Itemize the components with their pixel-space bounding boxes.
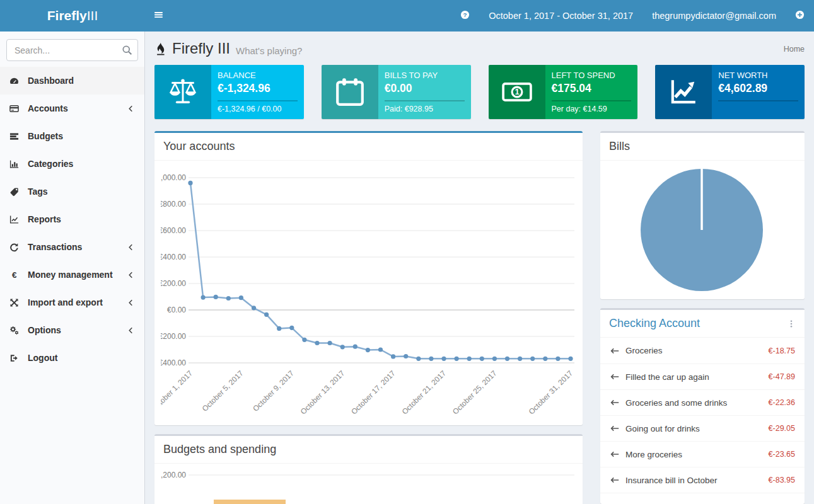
user-menu-button[interactable]: thegrumpydictator@gmail.com [642,0,786,32]
sidebar-item-money-management[interactable]: €Money management [0,261,144,289]
sidebar-item-dashboard[interactable]: Dashboard [0,67,144,94]
transaction-amount: €-22.36 [769,398,795,407]
ellipsis-v-icon[interactable] [787,319,796,328]
main-content: Firefly III What's playing? Home BALANCE… [145,32,814,504]
info-box-content: BILLS TO PAY€0.00Paid: €928.95 [378,65,471,119]
info-box-content: LEFT TO SPEND€175.04Per day: €14.59 [545,65,638,119]
sidebar-menu: DashboardAccountsBudgetsCategoriesTagsRe… [0,67,144,372]
page-title: Firefly III [172,40,230,57]
transaction-row-partial [600,493,805,504]
info-box-progress [218,100,298,101]
info-box-description: Paid: €928.95 [385,105,465,113]
info-box-left-to-spend: 1LEFT TO SPEND€175.04Per day: €14.59 [489,65,638,119]
svg-text:€1,000.00: €1,000.00 [161,173,186,182]
page-subtitle: What's playing? [236,41,302,56]
info-box-progress [552,100,632,101]
transaction-description[interactable]: More groceries [625,450,682,459]
sidebar-item-transactions[interactable]: Transactions [0,233,144,261]
navbar-right: ? October 1, 2017 - October 31, 2017 the… [451,0,814,32]
sidebar-item-categories[interactable]: Categories [0,150,144,178]
bills-title: Bills [609,140,630,153]
app-logo-bold: Firefly [47,8,87,23]
chevron-left-icon [127,271,135,279]
sign-out-icon [9,353,23,363]
arrow-left-icon [610,449,620,459]
sidebar-item-reports[interactable]: Reports [0,205,144,233]
info-box-value: €-1,324.96 [218,82,298,95]
budgets-bar-chart: €1,200.00 [161,470,576,504]
chevron-left-icon [127,243,135,251]
transaction-amount: €-29.05 [769,424,795,433]
svg-text:€600.00: €600.00 [161,226,186,235]
app-logo-light: III [87,8,98,23]
svg-text:October 5, 2017: October 5, 2017 [201,369,245,413]
date-range-label: October 1, 2017 - October 31, 2017 [489,11,633,21]
sidebar-item-tags[interactable]: Tags [0,178,144,205]
info-box-description: Per day: €14.59 [552,105,632,113]
svg-text:€400.00: €400.00 [161,253,186,261]
arrow-left-icon [610,346,620,356]
info-box-label: LEFT TO SPEND [552,71,632,80]
sidebar-toggle-button[interactable] [145,0,172,32]
svg-text:1: 1 [515,87,519,96]
help-button[interactable]: ? [451,0,479,32]
search-icon[interactable] [122,45,132,55]
info-box-content: NET WORTH€4,602.89 [712,65,805,119]
transaction-amount: €-83.95 [769,476,795,484]
checking-account-panel: Checking Account Groceries€-18.75Filled … [600,308,805,504]
transaction-description[interactable]: Going out for drinks [625,424,700,433]
svg-text:-€400.00: -€400.00 [161,358,186,367]
accounts-line-chart: €1,000.00€800.00€600.00€400.00€200.00€0.… [161,167,576,419]
transaction-row: Groceries and some drinks€-22.36 [600,389,805,415]
sidebar-item-label: Tags [28,186,48,197]
bills-pie-chart [607,167,797,293]
svg-text:€200.00: €200.00 [161,279,186,288]
quick-add-button[interactable] [786,0,814,32]
top-navbar: FireflyIII ? October 1, 2017 - October 3… [0,0,814,32]
tag-icon [9,187,23,197]
bills-chart [600,161,805,299]
search-input[interactable] [6,39,138,61]
info-box-balance: BALANCE€-1,324.96€-1,324.96 / €0.00 [154,65,304,119]
transaction-amount: €-18.75 [769,346,795,355]
svg-text:€800.00: €800.00 [161,200,186,209]
chevron-left-icon [127,105,135,113]
gears-icon [9,326,23,335]
sidebar-item-logout[interactable]: Logout [0,344,144,372]
sidebar-item-options[interactable]: Options [0,316,144,344]
bills-header: Bills [600,133,805,161]
svg-text:October 25, 2017: October 25, 2017 [451,369,499,416]
app-logo[interactable]: FireflyIII [0,0,145,32]
sidebar-item-budgets[interactable]: Budgets [0,122,144,150]
info-box-value: €175.04 [552,82,632,95]
svg-text:October 31, 2017: October 31, 2017 [527,369,575,416]
transaction-description[interactable]: Groceries [625,346,663,355]
svg-text:€: € [12,270,17,280]
sidebar-item-label: Dashboard [28,76,74,86]
transaction-description[interactable]: Insurance bill in October [625,476,718,485]
fire-icon [154,42,166,55]
balance-scale-icon [154,65,211,119]
svg-text:€1,200.00: €1,200.00 [161,471,186,479]
sidebar-item-label: Budgets [28,131,63,141]
your-accounts-chart: €1,000.00€800.00€600.00€400.00€200.00€0.… [154,161,583,425]
info-box-label: BILLS TO PAY [385,71,465,80]
svg-text:€0.00: €0.00 [167,306,186,314]
breadcrumb-home[interactable]: Home [784,43,805,54]
transaction-description[interactable]: Filled the car up again [625,372,709,382]
sidebar-item-label: Import and export [28,297,103,307]
transaction-description[interactable]: Groceries and some drinks [625,398,727,408]
svg-text:October 17, 2017: October 17, 2017 [349,369,397,416]
svg-text:October 21, 2017: October 21, 2017 [400,369,448,416]
budgets-header: Budgets and spending [154,436,583,464]
sidebar-item-import-and-export[interactable]: Import and export [0,289,144,316]
sidebar-item-accounts[interactable]: Accounts [0,94,144,122]
info-box-progress [385,100,465,101]
budgets-title: Budgets and spending [163,443,276,456]
info-boxes-row: BALANCE€-1,324.96€-1,324.96 / €0.00BILLS… [154,65,805,119]
checking-account-title[interactable]: Checking Account [609,317,700,330]
date-range-button[interactable]: October 1, 2017 - October 31, 2017 [479,0,642,32]
sidebar-item-label: Logout [28,353,57,363]
svg-text:October 13, 2017: October 13, 2017 [299,369,347,416]
info-box-label: BALANCE [218,71,298,80]
